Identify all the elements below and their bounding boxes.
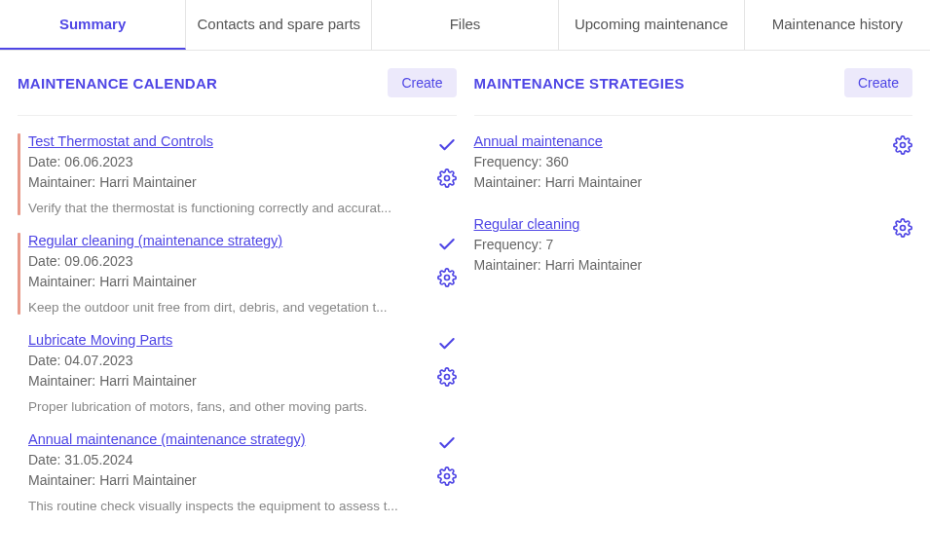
- accent-bar: [18, 332, 20, 414]
- gear-icon[interactable]: [437, 467, 457, 486]
- content-area: MAINTENANCE CALENDAR Create Test Thermos…: [0, 51, 930, 531]
- svg-point-3: [444, 474, 449, 479]
- calendar-item-actions: [428, 133, 457, 215]
- check-icon[interactable]: [437, 433, 457, 453]
- accent-bar: [18, 431, 20, 513]
- calendar-item-maintainer: Maintainer: Harri Maintainer: [28, 470, 428, 491]
- calendar-item-desc: Verify that the thermostat is functionin…: [28, 201, 428, 215]
- calendar-item-actions: [428, 332, 457, 414]
- calendar-item-link[interactable]: Lubricate Moving Parts: [28, 332, 172, 348]
- strategy-item: Regular cleaning Frequency: 7 Maintainer…: [474, 216, 913, 276]
- calendar-item-link[interactable]: Regular cleaning (maintenance strategy): [28, 233, 282, 248]
- calendar-item-desc: Proper lubrication of motors, fans, and …: [28, 399, 428, 414]
- calendar-create-button[interactable]: Create: [388, 68, 456, 97]
- strategy-item: Annual maintenance Frequency: 360 Mainta…: [474, 133, 913, 193]
- calendar-item-body: Test Thermostat and Controls Date: 06.06…: [28, 133, 428, 215]
- calendar-item-desc: This routine check visually inspects the…: [28, 499, 428, 513]
- gear-icon[interactable]: [437, 367, 457, 387]
- calendar-item-maintainer: Maintainer: Harri Maintainer: [28, 272, 428, 292]
- strategy-item-body: Regular cleaning Frequency: 7 Maintainer…: [474, 216, 884, 276]
- svg-point-2: [444, 375, 449, 380]
- check-icon[interactable]: [437, 135, 457, 155]
- strategy-item-link[interactable]: Annual maintenance: [474, 133, 603, 149]
- calendar-item-date: Date: 04.07.2023: [28, 351, 428, 371]
- strategy-item-maintainer: Maintainer: Harri Maintainer: [474, 255, 884, 276]
- calendar-item-body: Regular cleaning (maintenance strategy) …: [28, 233, 428, 315]
- calendar-item: Regular cleaning (maintenance strategy) …: [18, 233, 457, 315]
- tab-summary[interactable]: Summary: [0, 0, 186, 50]
- check-icon[interactable]: [437, 334, 457, 354]
- strategy-item-link[interactable]: Regular cleaning: [474, 216, 580, 232]
- calendar-item-maintainer: Maintainer: Harri Maintainer: [28, 172, 428, 193]
- calendar-item-maintainer: Maintainer: Harri Maintainer: [28, 371, 428, 392]
- calendar-item-actions: [428, 431, 457, 513]
- gear-icon[interactable]: [437, 168, 457, 188]
- strategies-column: MAINTENANCE STRATEGIES Create Annual mai…: [474, 68, 913, 531]
- svg-point-1: [444, 276, 449, 280]
- accent-bar: [18, 133, 20, 215]
- calendar-item-date: Date: 09.06.2023: [28, 251, 428, 272]
- strategy-item-actions: [883, 216, 912, 276]
- calendar-item: Annual maintenance (maintenance strategy…: [18, 431, 457, 513]
- gear-icon[interactable]: [893, 218, 912, 238]
- calendar-item-link[interactable]: Test Thermostat and Controls: [28, 133, 213, 149]
- strategies-header: MAINTENANCE STRATEGIES Create: [474, 68, 913, 116]
- gear-icon[interactable]: [893, 135, 912, 155]
- calendar-item: Lubricate Moving Parts Date: 04.07.2023 …: [18, 332, 457, 414]
- svg-point-0: [444, 176, 449, 181]
- tab-upcoming-maintenance[interactable]: Upcoming maintenance: [559, 0, 745, 50]
- calendar-item-link[interactable]: Annual maintenance (maintenance strategy…: [28, 431, 306, 447]
- strategies-create-button[interactable]: Create: [844, 68, 912, 97]
- svg-point-4: [901, 143, 906, 148]
- strategy-item-frequency: Frequency: 7: [474, 235, 884, 255]
- strategy-item-maintainer: Maintainer: Harri Maintainer: [474, 172, 884, 193]
- gear-icon[interactable]: [437, 268, 457, 287]
- calendar-item-body: Lubricate Moving Parts Date: 04.07.2023 …: [28, 332, 428, 414]
- calendar-item-date: Date: 06.06.2023: [28, 152, 428, 172]
- calendar-title: MAINTENANCE CALENDAR: [18, 75, 217, 92]
- calendar-column: MAINTENANCE CALENDAR Create Test Thermos…: [18, 68, 457, 531]
- calendar-item-date: Date: 31.05.2024: [28, 450, 428, 470]
- strategy-item-actions: [883, 133, 912, 193]
- calendar-item: Test Thermostat and Controls Date: 06.06…: [18, 133, 457, 215]
- calendar-header: MAINTENANCE CALENDAR Create: [18, 68, 457, 116]
- tabs-bar: Summary Contacts and spare parts Files U…: [0, 0, 930, 51]
- accent-bar: [18, 233, 20, 315]
- strategy-item-body: Annual maintenance Frequency: 360 Mainta…: [474, 133, 884, 193]
- calendar-item-desc: Keep the outdoor unit free from dirt, de…: [28, 300, 428, 315]
- calendar-item-actions: [428, 233, 457, 315]
- strategies-title: MAINTENANCE STRATEGIES: [474, 75, 685, 92]
- tab-files[interactable]: Files: [372, 0, 558, 50]
- svg-point-5: [901, 226, 906, 231]
- calendar-item-body: Annual maintenance (maintenance strategy…: [28, 431, 428, 513]
- tab-contacts-spare-parts[interactable]: Contacts and spare parts: [186, 0, 372, 50]
- strategy-item-frequency: Frequency: 360: [474, 152, 884, 172]
- check-icon[interactable]: [437, 235, 457, 254]
- tab-maintenance-history[interactable]: Maintenance history: [745, 0, 930, 50]
